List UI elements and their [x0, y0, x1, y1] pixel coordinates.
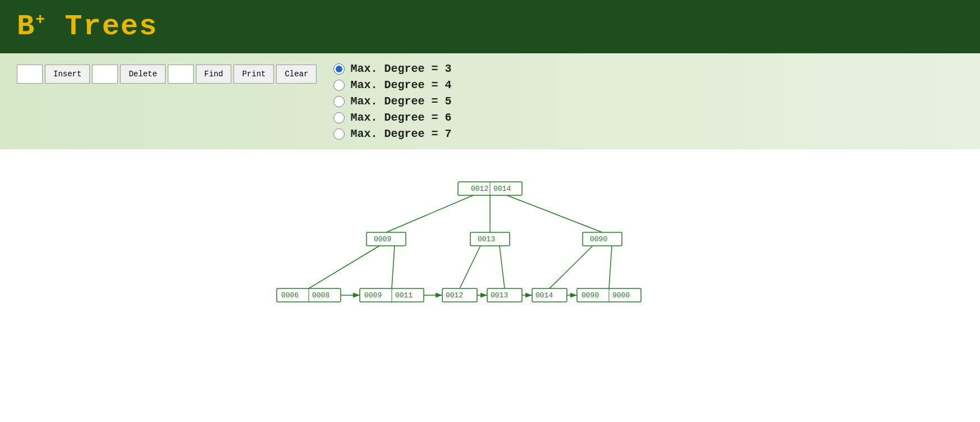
- level2-node-0090: 0090: [583, 232, 622, 246]
- leaf-node-0013: 0013: [487, 288, 522, 302]
- svg-text:0006: 0006: [281, 291, 299, 300]
- svg-text:9000: 9000: [612, 291, 630, 300]
- svg-text:0008: 0008: [312, 291, 329, 300]
- page-title: B+ Trees: [17, 10, 963, 43]
- leaf-node-0090-9000: 0090 9000: [577, 288, 641, 302]
- root-node: 0012 0014: [458, 182, 522, 195]
- svg-line-37: [609, 246, 612, 288]
- svg-line-32: [309, 246, 379, 288]
- leaf-node-0006-0008: 0006 0008: [277, 288, 341, 302]
- delete-button[interactable]: Delete: [120, 65, 165, 84]
- leaf-node-0014: 0014: [532, 288, 567, 302]
- superscript: +: [35, 11, 46, 29]
- svg-text:0009: 0009: [374, 235, 391, 244]
- svg-text:0013: 0013: [491, 291, 508, 300]
- print-button[interactable]: Print: [233, 65, 274, 84]
- svg-line-13: [507, 195, 602, 232]
- radio-item-3[interactable]: Max. Degree = 3: [333, 62, 451, 75]
- radio-item-7[interactable]: Max. Degree = 7: [333, 127, 451, 140]
- controls-bar: Insert Delete Find Print Clear Max. Degr…: [0, 53, 980, 149]
- radio-degree-7[interactable]: [333, 129, 345, 140]
- radio-label-6: Max. Degree = 6: [350, 111, 451, 124]
- level2-node-0013: 0013: [470, 232, 510, 246]
- radio-degree-6[interactable]: [333, 112, 345, 123]
- svg-text:0013: 0013: [478, 235, 495, 244]
- svg-line-35: [500, 246, 505, 288]
- degree-radio-group: Max. Degree = 3 Max. Degree = 4 Max. Deg…: [333, 62, 451, 140]
- svg-line-34: [460, 246, 480, 288]
- svg-text:0009: 0009: [364, 291, 382, 300]
- insert-button[interactable]: Insert: [45, 65, 90, 84]
- radio-label-5: Max. Degree = 5: [350, 95, 451, 108]
- svg-text:0014: 0014: [493, 185, 511, 193]
- svg-line-33: [392, 246, 395, 288]
- radio-label-4: Max. Degree = 4: [350, 79, 451, 91]
- svg-text:0011: 0011: [395, 291, 413, 300]
- controls-left: Insert Delete Find Print Clear: [17, 65, 317, 84]
- radio-item-5[interactable]: Max. Degree = 5: [333, 95, 451, 108]
- radio-item-6[interactable]: Max. Degree = 6: [333, 111, 451, 124]
- svg-text:0090: 0090: [581, 291, 599, 300]
- tree-svg: 0012 0014 0009 0013 0090: [237, 166, 743, 346]
- radio-degree-3[interactable]: [333, 63, 345, 75]
- radio-degree-4[interactable]: [333, 80, 345, 91]
- insert-input[interactable]: [17, 65, 43, 84]
- svg-text:0012: 0012: [471, 185, 488, 193]
- page-header: B+ Trees: [0, 0, 980, 53]
- svg-line-36: [549, 246, 593, 288]
- svg-text:0012: 0012: [446, 291, 463, 300]
- radio-label-3: Max. Degree = 3: [350, 62, 451, 75]
- leaf-node-0009-0011: 0009 0011: [360, 288, 424, 302]
- radio-item-4[interactable]: Max. Degree = 4: [333, 79, 451, 91]
- leaf-node-0012: 0012: [442, 288, 477, 302]
- svg-text:0014: 0014: [535, 291, 553, 300]
- delete-input[interactable]: [92, 65, 118, 84]
- radio-label-7: Max. Degree = 7: [350, 127, 451, 140]
- level2-node-0009: 0009: [367, 232, 406, 246]
- clear-button[interactable]: Clear: [276, 65, 317, 84]
- svg-line-11: [386, 195, 473, 232]
- find-button[interactable]: Find: [196, 65, 232, 84]
- find-input[interactable]: [168, 65, 194, 84]
- svg-text:0090: 0090: [590, 235, 607, 244]
- radio-degree-5[interactable]: [333, 96, 345, 107]
- tree-area: 0012 0014 0009 0013 0090: [0, 149, 980, 374]
